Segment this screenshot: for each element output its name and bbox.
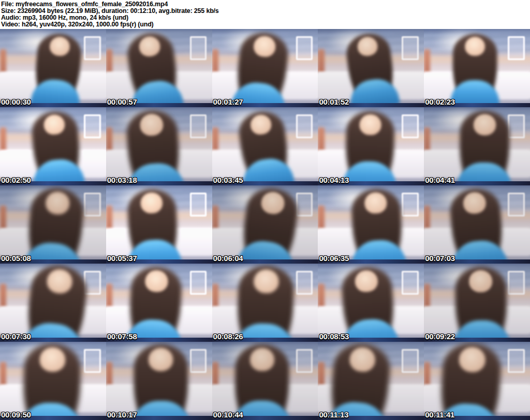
thumbnail-frame-art: [318, 185, 424, 264]
thumbnail-timestamp: 00:01:27: [213, 98, 243, 106]
person-silhouette: [124, 265, 186, 342]
person-silhouette: [18, 342, 86, 420]
thumbnail-frame-art: [424, 107, 530, 185]
picture-frame-layer: [190, 271, 207, 295]
thumbnail-frame-art: [424, 29, 530, 107]
video-thumbnail: 00:07:03: [424, 185, 530, 264]
person-silhouette: [233, 108, 296, 185]
thumbnail-timestamp: 00:01:52: [319, 98, 349, 106]
video-thumbnail: 00:09:50: [0, 342, 106, 420]
picture-frame-layer: [190, 114, 207, 139]
thumbnail-timestamp: 00:00:57: [107, 98, 137, 106]
picture-frame-layer: [296, 114, 313, 139]
picture-frame-layer: [84, 114, 101, 139]
person-silhouette: [455, 110, 513, 185]
thumbnail-frame-art: [212, 29, 318, 107]
picture-frame-layer: [190, 349, 207, 373]
picture-frame-layer: [402, 36, 419, 61]
thumbnail-frame-art: [0, 342, 106, 420]
thumbnail-frame-art: [424, 185, 530, 264]
thumbnail-timestamp: 00:07:30: [1, 332, 31, 340]
picture-frame-layer: [402, 114, 419, 139]
person-silhouette: [30, 32, 86, 107]
video-thumbnail: 00:07:30: [0, 264, 106, 342]
picture-frame-layer: [84, 349, 101, 373]
face-shape: [465, 37, 485, 56]
person-silhouette: [451, 266, 511, 342]
person-silhouette: [337, 265, 400, 342]
thumbnail-frame-art: [106, 29, 212, 107]
person-silhouette: [130, 344, 192, 420]
person-silhouette: [232, 264, 299, 342]
thumbnail-timestamp: 00:00:30: [1, 98, 31, 106]
thumbnail-frame-art: [212, 107, 318, 185]
thumbnail-timestamp: 00:11:13: [319, 411, 348, 418]
thumbnail-timestamp: 00:10:17: [107, 411, 137, 418]
picture-frame-layer: [508, 271, 525, 295]
video-thumbnail: 00:11:13: [318, 342, 424, 420]
video-thumbnail: 00:10:17: [106, 342, 212, 420]
thumbnail-timestamp: 00:11:41: [425, 411, 454, 418]
thumbnail-frame-art: [424, 342, 530, 420]
thumbnail-frame-art: [318, 107, 424, 185]
person-silhouette: [235, 185, 304, 264]
thumbnail-timestamp: 00:03:45: [213, 176, 243, 184]
person-silhouette: [122, 30, 185, 107]
person-silhouette: [449, 34, 500, 107]
video-thumbnail: 00:00:57: [106, 29, 212, 107]
video-thumbnail: 00:06:35: [318, 185, 424, 264]
thumbnail-timestamp: 00:06:04: [213, 254, 243, 262]
picture-frame-layer: [508, 193, 525, 217]
file-info-header: File: myfreecams_flowers_ofmfc_female_25…: [0, 0, 530, 29]
video-info-line: Video: h264, yuv420p, 320x240, 1000.00 f…: [1, 21, 530, 28]
picture-frame-layer: [190, 36, 207, 61]
face-shape: [149, 347, 173, 371]
contact-sheet: File: myfreecams_flowers_ofmfc_female_25…: [0, 0, 530, 420]
thumbnail-frame-art: [318, 29, 424, 107]
video-thumbnail: 00:04:41: [424, 107, 530, 185]
picture-frame-layer: [84, 36, 101, 61]
video-thumbnail: 00:06:04: [212, 185, 318, 264]
picture-frame-layer: [402, 271, 419, 295]
thumbnail-frame-art: [212, 264, 318, 342]
person-silhouette: [230, 30, 293, 107]
thumbnail-frame-art: [106, 264, 212, 342]
thumbnail-frame-art: [0, 264, 106, 342]
thumbnail-timestamp: 00:02:23: [425, 98, 455, 106]
person-silhouette: [124, 188, 183, 264]
video-thumbnail: 00:07:58: [106, 264, 212, 342]
thumbnail-timestamp: 00:08:26: [213, 332, 243, 340]
video-thumbnail: 00:01:52: [318, 29, 424, 107]
thumbnail-frame-art: [106, 185, 212, 264]
face-shape: [469, 270, 493, 293]
thumbnail-timestamp: 00:05:37: [107, 254, 137, 262]
video-thumbnail: 00:04:13: [318, 107, 424, 185]
thumbnail-timestamp: 00:06:35: [319, 254, 349, 262]
thumbnail-timestamp: 00:04:13: [319, 176, 349, 184]
picture-frame-layer: [190, 193, 207, 217]
video-thumbnail: 00:03:45: [212, 107, 318, 185]
thumbnail-timestamp: 00:05:08: [1, 254, 31, 262]
thumbnail-timestamp: 00:10:44: [213, 411, 243, 418]
video-thumbnail: 00:02:50: [0, 107, 106, 185]
thumbnail-grid: 00:00:30 00:00:57: [0, 29, 530, 420]
thumbnail-timestamp: 00:04:41: [425, 176, 455, 184]
picture-frame-layer: [296, 36, 313, 61]
video-thumbnail: 00:00:30: [0, 29, 106, 107]
thumbnail-frame-art: [106, 107, 212, 185]
thumbnail-frame-art: [318, 264, 424, 342]
video-thumbnail: 00:01:27: [212, 29, 318, 107]
person-silhouette: [230, 344, 293, 420]
thumbnail-frame-art: [0, 29, 106, 107]
thumbnail-frame-art: [424, 264, 530, 342]
person-silhouette: [21, 185, 89, 264]
person-silhouette: [342, 110, 399, 185]
video-thumbnail: 00:10:44: [212, 342, 318, 420]
thumbnail-frame-art: [0, 107, 106, 185]
person-silhouette: [347, 187, 407, 264]
picture-frame-layer: [402, 349, 419, 373]
video-thumbnail: 00:11:41: [424, 342, 530, 420]
video-thumbnail: 00:08:53: [318, 264, 424, 342]
face-shape: [474, 114, 496, 136]
person-silhouette: [434, 342, 507, 420]
